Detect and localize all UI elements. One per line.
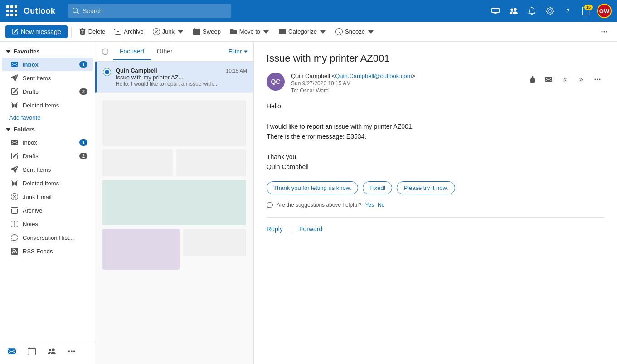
email-preview: Hello, I would like to report an issue w… — [116, 81, 222, 87]
sidebar-item-rss-folder[interactable]: RSS Feeds — [2, 244, 93, 258]
app-grid-icon[interactable] — [5, 5, 18, 17]
deleted-folder-label: Deleted Items — [23, 180, 59, 187]
sweep-button[interactable]: Sweep — [189, 26, 224, 38]
search-icon — [73, 8, 79, 14]
email-placeholder-purple — [102, 229, 180, 270]
toolbar: New message Delete Archive Junk Sweep Mo… — [0, 22, 617, 42]
email-placeholder-3 — [176, 149, 247, 176]
sent-folder-label: Sent Items — [23, 166, 51, 173]
inbox-folder-count: 1 — [79, 139, 87, 146]
app-title: Outlook — [24, 6, 55, 16]
suggestion-2[interactable]: Fixed! — [363, 181, 392, 194]
sender-name: Quin Campbell — [291, 73, 330, 79]
delete-button[interactable]: Delete — [75, 26, 109, 38]
svg-point-0 — [102, 49, 108, 54]
more-email-button[interactable] — [591, 73, 604, 86]
folders-section[interactable]: Folders — [0, 123, 95, 136]
email-suggestions: Thank you for letting us know. Fixed! Pl… — [267, 181, 604, 194]
add-favorite-link[interactable]: Add favorite — [0, 112, 95, 123]
suggestions-no[interactable]: No — [378, 202, 384, 208]
categorize-button[interactable]: Categorize — [275, 26, 330, 38]
sidebar-item-sent-fav[interactable]: Sent Items — [2, 71, 93, 85]
suggestion-3[interactable]: Please try it now. — [397, 181, 455, 194]
favorites-label: Favorites — [14, 48, 40, 55]
email-time: 10:15 AM — [226, 68, 247, 73]
suggestion-bar: Are the suggestions above helpful? Yes N… — [267, 202, 604, 208]
email-subject: Issue with my printer AZ... — [116, 74, 222, 81]
reply-separator: | — [290, 225, 292, 233]
sender-email-link[interactable]: Quin.Campbell@outlook.com — [335, 73, 412, 79]
email-list-panel: Focused Other Filter Quin Campbell Issue… — [95, 42, 254, 364]
email-sender: Quin Campbell — [116, 67, 222, 74]
inbox-fav-count: 1 — [79, 61, 87, 68]
placeholder-row-2 — [102, 229, 246, 270]
help-icon[interactable] — [561, 4, 575, 18]
sidebar-item-convhist-folder[interactable]: Conversation Hist... — [2, 231, 93, 244]
to-name: Oscar Ward — [300, 87, 329, 94]
monitor-icon[interactable] — [488, 4, 503, 18]
snooze-button[interactable]: Snooze — [332, 26, 378, 38]
email-actions — [525, 73, 604, 86]
reply-all-button[interactable] — [558, 73, 572, 86]
email-from: Quin Campbell <Quin.Campbell@outlook.com… — [291, 73, 519, 79]
email-to: To: Oscar Ward — [291, 87, 519, 94]
settings-icon[interactable] — [543, 4, 557, 18]
people-icon[interactable] — [506, 4, 521, 18]
sidebar-item-sent-folder[interactable]: Sent Items — [2, 163, 93, 176]
notification-icon[interactable]: 15 — [579, 4, 593, 18]
notification-badge: 15 — [584, 5, 593, 10]
bell-icon[interactable] — [525, 4, 539, 18]
body-line-1: Hello, — [267, 101, 604, 111]
email-content: Quin Campbell Issue with my printer AZ..… — [116, 67, 222, 87]
new-message-button[interactable]: New message — [5, 25, 68, 38]
reply-button[interactable]: Reply — [267, 225, 283, 233]
more-toolbar-button[interactable] — [597, 26, 612, 38]
suggestion-1[interactable]: Thank you for letting us know. — [267, 181, 358, 194]
mail-bottom-icon[interactable] — [5, 345, 18, 358]
placeholder-row-1 — [102, 149, 246, 176]
main-layout: Favorites Inbox 1 Sent Items Drafts 2 De… — [0, 42, 617, 364]
filter-button[interactable]: Filter — [228, 48, 248, 55]
focused-tab[interactable]: Focused — [113, 43, 151, 60]
archive-folder-label: Archive — [23, 207, 42, 214]
other-tab[interactable]: Other — [151, 43, 179, 60]
calendar-bottom-icon[interactable] — [25, 345, 38, 358]
sidebar-item-deleted-folder[interactable]: Deleted Items — [2, 176, 93, 190]
sidebar-item-inbox-fav[interactable]: Inbox 1 — [2, 58, 93, 71]
sidebar-item-notes-folder[interactable]: Notes — [2, 217, 93, 231]
contacts-bottom-icon[interactable] — [45, 345, 58, 358]
body-line-3: Thank you,Quin Campbell — [267, 152, 604, 172]
email-item-quin[interactable]: Quin Campbell Issue with my printer AZ..… — [95, 62, 253, 93]
reply-header-button[interactable] — [542, 73, 555, 86]
like-button[interactable] — [525, 73, 539, 86]
search-bar[interactable] — [68, 4, 231, 18]
favorites-section[interactable]: Favorites — [0, 45, 95, 58]
email-radio[interactable] — [103, 68, 111, 76]
suggestions-yes[interactable]: Yes — [365, 202, 374, 208]
sender-avatar: QC — [267, 73, 285, 91]
search-input[interactable] — [83, 7, 227, 15]
avatar[interactable]: OW — [597, 4, 612, 18]
more-bottom-icon[interactable] — [65, 345, 78, 358]
email-body: Hello, I would like to report an issue w… — [267, 101, 604, 172]
body-line-2: I would like to report an issue with my … — [267, 121, 604, 142]
moveto-button[interactable]: Move to — [226, 26, 273, 38]
sidebar-item-deleted-fav[interactable]: Deleted Items — [2, 98, 93, 112]
archive-button[interactable]: Archive — [111, 26, 147, 38]
reply-bar: Reply | Forward — [267, 217, 604, 233]
sidebar-item-archive-folder[interactable]: Archive — [2, 204, 93, 217]
forward-header-button[interactable] — [574, 73, 588, 86]
forward-button[interactable]: Forward — [299, 225, 322, 233]
drafts-fav-label: Drafts — [23, 88, 39, 95]
drafts-folder-count: 2 — [79, 153, 87, 159]
drafts-fav-count: 2 — [79, 88, 87, 95]
email-placeholder-2 — [102, 149, 173, 176]
junk-button[interactable]: Junk — [149, 26, 188, 38]
sidebar-item-drafts-folder[interactable]: Drafts 2 — [2, 149, 93, 163]
sidebar-item-drafts-fav[interactable]: Drafts 2 — [2, 85, 93, 98]
email-detail-title: Issue with my printer AZ001 — [267, 53, 604, 64]
email-detail-panel: Issue with my printer AZ001 QC Quin Camp… — [254, 42, 617, 364]
select-all-check[interactable] — [101, 47, 110, 56]
sidebar-item-inbox-folder[interactable]: Inbox 1 — [2, 136, 93, 149]
sidebar-item-junk-folder[interactable]: Junk Email — [2, 190, 93, 204]
